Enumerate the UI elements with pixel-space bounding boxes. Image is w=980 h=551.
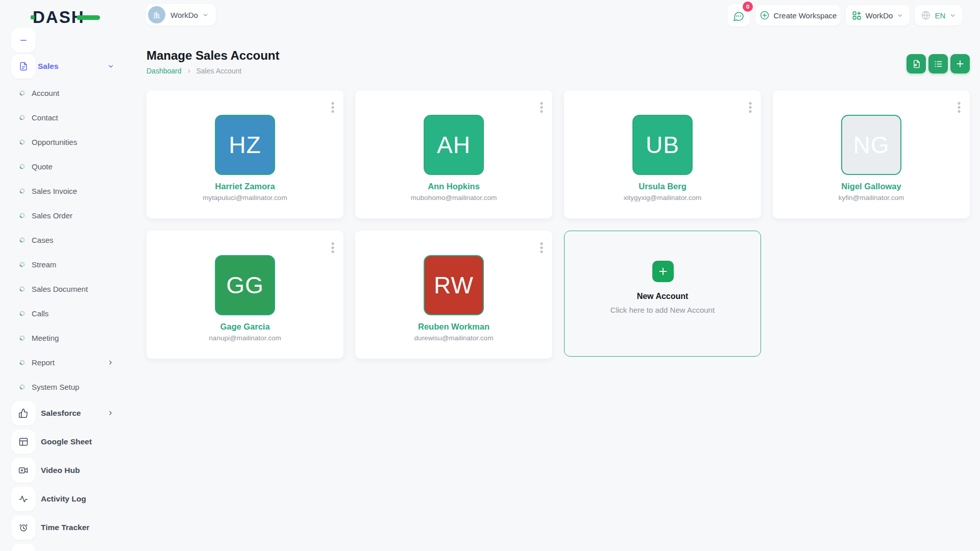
sidebar-item-label: Cases: [32, 236, 54, 244]
account-email: kyfin@mailinator.com: [773, 194, 970, 202]
page-title: Manage Sales Account: [146, 48, 280, 63]
workspace-menu[interactable]: WorkDo: [846, 5, 910, 26]
sidebar-item-sales-order[interactable]: Sales Order: [0, 203, 128, 228]
donut-bullet-icon: [19, 188, 25, 194]
card-menu-button[interactable]: [538, 240, 545, 256]
card-menu-button[interactable]: [955, 99, 963, 115]
chevron-down-icon: [202, 12, 209, 18]
sidebar-item-label: Calls: [32, 309, 48, 318]
sidebar-item-label: Sales Document: [32, 285, 88, 293]
create-workspace-label: Create Workspace: [774, 11, 837, 20]
account-avatar[interactable]: GG: [215, 255, 275, 315]
sidebar-item-contact[interactable]: Contact: [0, 105, 128, 130]
sidebar-item-label: Sales Order: [32, 211, 72, 220]
workspace-switcher-label: WorkDo: [170, 11, 198, 19]
account-name-link[interactable]: Harriet Zamora: [146, 182, 344, 191]
sidebar-item-label: Time Tracker: [41, 515, 89, 540]
alarm-clock-icon: [11, 515, 36, 540]
chevron-down-icon: [949, 12, 956, 19]
account-email: mytapuluci@mailinator.com: [146, 194, 344, 202]
account-avatar[interactable]: RW: [424, 255, 484, 315]
new-account-title: New Account: [565, 292, 761, 301]
sidebar-item-report[interactable]: Report: [0, 350, 128, 374]
sidebar-item-label: Opportunities: [32, 138, 77, 146]
document-icon: [11, 54, 36, 79]
account-name-link[interactable]: Ursula Berg: [564, 182, 761, 191]
account-avatar[interactable]: AH: [424, 115, 484, 175]
messages-button[interactable]: 0: [727, 4, 750, 27]
export-button[interactable]: [906, 54, 926, 73]
chevron-right-icon: [107, 410, 114, 416]
activity-pulse-icon: [11, 487, 36, 511]
workspace-menu-label: WorkDo: [866, 11, 893, 20]
sidebar-item-opportunities[interactable]: Opportunities: [0, 130, 128, 154]
sidebar-item-partial-bottom[interactable]: [11, 544, 36, 551]
sidebar-item-label: Contact: [32, 113, 58, 122]
donut-bullet-icon: [19, 237, 25, 243]
grid-plus-icon: [852, 11, 862, 20]
sidebar-item-label: Meeting: [32, 334, 59, 342]
workspace-avatar: [148, 6, 165, 23]
donut-bullet-icon: [19, 262, 25, 267]
thumbs-up-icon: [11, 401, 36, 425]
account-name-link[interactable]: Ann Hopkins: [355, 182, 552, 191]
logo-dot: [31, 15, 35, 19]
sidebar-item-calls[interactable]: Calls: [0, 301, 128, 325]
sidebar-item-sales-document[interactable]: Sales Document: [0, 277, 128, 301]
add-new-account-button[interactable]: [652, 261, 674, 282]
list-view-button[interactable]: [928, 54, 948, 73]
language-selector[interactable]: EN: [915, 5, 962, 26]
breadcrumb-current: Sales Account: [197, 67, 242, 75]
account-email: durewisu@mailinator.com: [355, 334, 552, 342]
plus-icon: [657, 266, 669, 277]
new-account-subtitle: Click here to add New Account: [565, 306, 761, 314]
account-email: xitygyxig@mailinator.com: [564, 194, 761, 202]
donut-bullet-icon: [19, 90, 25, 96]
donut-bullet-icon: [19, 115, 25, 120]
account-name-link[interactable]: Nigel Galloway: [773, 182, 970, 191]
new-account-card[interactable]: New Account Click here to add New Accoun…: [564, 231, 761, 357]
sidebar-item-cases[interactable]: Cases: [0, 228, 128, 252]
card-menu-button[interactable]: [329, 240, 336, 256]
app-logo[interactable]: DASH: [33, 7, 85, 28]
chevron-down-icon: [897, 12, 903, 19]
chevron-right-icon: [186, 68, 192, 74]
sidebar-item-account[interactable]: Account: [0, 81, 128, 105]
sidebar-item-quote[interactable]: Quote: [0, 154, 128, 179]
breadcrumb: Dashboard Sales Account: [146, 67, 241, 75]
table-icon: [11, 430, 36, 454]
account-email: nanupi@mailinator.com: [146, 334, 344, 342]
messages-count-badge: 0: [743, 2, 753, 12]
account-card: NG Nigel Galloway kyfin@mailinator.com: [773, 90, 970, 218]
sidebar-item-label: Salesforce: [41, 401, 81, 425]
account-name-link[interactable]: Gage Garcia: [146, 322, 344, 332]
account-avatar[interactable]: HZ: [215, 115, 275, 175]
account-avatar[interactable]: NG: [841, 115, 901, 175]
chevron-down-icon: [107, 63, 114, 70]
donut-bullet-icon: [19, 164, 25, 169]
account-avatar[interactable]: UB: [632, 115, 693, 175]
chevron-right-icon: [107, 359, 114, 366]
sidebar-collapse-button[interactable]: [11, 28, 36, 53]
account-card: UB Ursula Berg xitygyxig@mailinator.com: [564, 90, 761, 218]
card-menu-button[interactable]: [538, 99, 545, 115]
donut-bullet-icon: [19, 335, 25, 341]
sidebar-item-meeting[interactable]: Meeting: [0, 325, 128, 350]
sidebar-item-sales-invoice[interactable]: Sales Invoice: [0, 179, 128, 203]
sidebar-item-label: Report: [32, 358, 55, 367]
account-card: HZ Harriet Zamora mytapuluci@mailinator.…: [146, 90, 344, 218]
card-menu-button[interactable]: [329, 99, 336, 115]
sidebar-item-label: Sales Invoice: [32, 187, 77, 195]
account-name-link[interactable]: Reuben Workman: [355, 322, 552, 332]
create-workspace-button[interactable]: Create Workspace: [755, 5, 841, 26]
account-card: RW Reuben Workman durewisu@mailinator.co…: [355, 231, 552, 359]
sidebar-item-stream[interactable]: Stream: [0, 252, 128, 277]
sidebar-item-label: System Setup: [32, 383, 79, 391]
add-account-button[interactable]: [950, 54, 970, 73]
breadcrumb-dashboard-link[interactable]: Dashboard: [146, 67, 182, 75]
workspace-switcher[interactable]: WorkDo: [146, 4, 216, 26]
card-menu-button[interactable]: [747, 99, 754, 115]
sidebar-item-label: Activity Log: [41, 487, 86, 511]
donut-bullet-icon: [19, 286, 25, 292]
sidebar-item-system-setup[interactable]: System Setup: [0, 374, 128, 399]
